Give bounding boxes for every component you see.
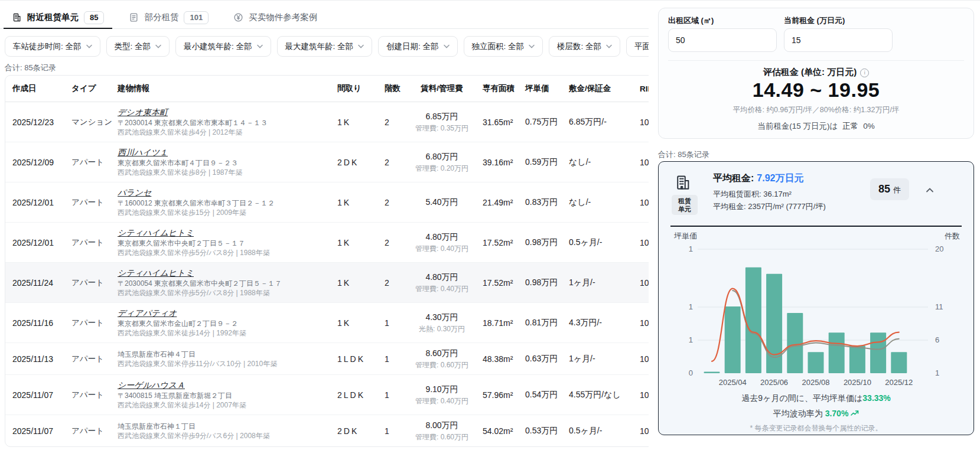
building-name-link[interactable]: シーゲルハウスＡ [118, 381, 185, 390]
filter-chip-3[interactable]: 最大建筑年龄: 全部 [277, 36, 373, 57]
count-badge: 85件 [870, 178, 909, 200]
filter-chip-6[interactable]: 楼层数: 全部 [549, 36, 620, 57]
filter-chip-label: 平面图 [634, 41, 649, 52]
app: 附近租赁单元85部分租赁101买卖物件参考案例 车站徒步时间: 全部类型: 全部… [0, 0, 980, 460]
current-rent-input-label: 当前租金 (万日元) [784, 15, 845, 26]
rent-sub: 管理費: 0.60万円 [413, 433, 471, 441]
rent-value: 5.40万円 [413, 197, 471, 208]
cell-type: アパート [64, 343, 110, 375]
tab-count-badge: 85 [84, 11, 104, 24]
tab-1[interactable]: 部分租赁101 [121, 6, 217, 28]
cell-building-info: 埼玉県新座市石神４丁目西武池袋線東久留米停歩11分/バス10分 | 2010年築 [110, 343, 330, 375]
cell-type: アパート [64, 142, 110, 182]
cell-rid: 100 [633, 223, 649, 263]
right-panel: 出租区域 (㎡) 当前租金 (万日元) 评估租金 (单位: 万日元)i 14.4… [649, 1, 980, 460]
cell-unit-price: 0.75万円 [518, 102, 562, 142]
rent-value: 8.60万円 [413, 348, 471, 359]
cell-created-date: 2025/11/07 [5, 375, 64, 415]
cell-created-date: 2025/11/13 [5, 343, 64, 375]
building-address: 東京都東久留米市金山町２丁目９－２ [118, 319, 325, 328]
current-rent-input[interactable] [784, 28, 893, 52]
cell-layout: 2LDK [330, 375, 377, 415]
rent-sub: 管理費: 0.60万円 [413, 361, 471, 369]
filter-chip-5[interactable]: 独立面积: 全部 [464, 36, 543, 57]
cell-created-date: 2025/11/07 [5, 415, 64, 447]
cell-layout: 2DK [330, 415, 377, 447]
info-icon[interactable]: i [860, 68, 869, 77]
column-header-8: 敷金/保証金 [562, 76, 633, 102]
tab-2[interactable]: 买卖物件参考案例 [225, 6, 325, 28]
cell-deposit: なし/- [562, 182, 633, 223]
rent-sub: 管理費: 0.35万円 [413, 124, 471, 132]
filter-chip-label: 车站徒步时间: 全部 [13, 41, 82, 52]
filter-chip-2[interactable]: 最小建筑年龄: 全部 [175, 36, 271, 57]
chevron-down-icon [358, 44, 364, 48]
building-name-link[interactable]: 西川ハイツ１ [118, 148, 168, 157]
building-name-link[interactable]: ディアパティオ [118, 309, 177, 318]
chevron-up-icon[interactable] [926, 184, 934, 195]
building-address: 東京都東久留米市中央町２丁目５－１７ [118, 239, 325, 247]
cell-floors: 1 [377, 303, 406, 343]
column-header-0: 作成日 [5, 76, 64, 102]
building-name-link[interactable]: デシオ東本町 [118, 108, 168, 117]
filter-chip-label: 最小建筑年龄: 全部 [184, 41, 252, 52]
building-name-link[interactable]: シティハイムヒトミ [118, 229, 194, 237]
document-icon [129, 12, 139, 22]
filter-chip-label: 最大建筑年龄: 全部 [285, 41, 354, 52]
column-header-1: タイプ [64, 76, 110, 102]
cell-rid: 100 [633, 182, 649, 223]
building-transit: 西武池袋線東久留米停歩9分/バス6分 | 2008年築 [118, 432, 325, 440]
divider [670, 226, 962, 227]
average-rent-line: 平均租金:7.92万日元 [713, 172, 803, 185]
chevron-down-icon [86, 44, 92, 48]
svg-text:0: 0 [689, 368, 693, 377]
building-address: 埼玉県新座市石神１丁目 [118, 422, 325, 430]
cell-area: 21.49m² [476, 182, 518, 223]
table-row: 2025/11/16アパートディアパティオ東京都東久留米市金山町２丁目９－２西武… [5, 303, 649, 343]
filter-chip-label: 楼层数: 全部 [557, 41, 601, 52]
cell-layout: 1K [330, 182, 377, 223]
filter-chip-7[interactable]: 平面图 [626, 36, 649, 57]
tab-label: 部分租赁 [144, 12, 178, 23]
record-count-right: 合计: 85条记录 [658, 149, 709, 160]
tab-bar: 附近租赁单元85部分租赁101买卖物件参考案例 [0, 6, 649, 29]
cell-building-info: デシオ東本町〒2030014 東京都東久留米市東本町１４－１３西武池袋線東久留米… [110, 102, 330, 142]
svg-text:2025/06: 2025/06 [760, 378, 788, 387]
filter-chip-0[interactable]: 车站徒步时间: 全部 [5, 36, 100, 57]
evaluation-title: 评估租金 (单位: 万日元)i [659, 67, 974, 78]
filter-chip-1[interactable]: 类型: 全部 [106, 36, 170, 57]
rent-sub: 管理費: 0.40万円 [413, 285, 471, 293]
count-unit: 件 [893, 185, 901, 194]
building-name-link[interactable]: パランセ [118, 188, 151, 197]
cell-floors: 2 [377, 142, 406, 182]
table-row: 2025/12/01アパートパランセ〒1600012 東京都東久留米市幸町３丁目… [5, 182, 649, 223]
svg-text:坪単価: 坪単価 [673, 231, 697, 240]
cell-layout: 1K [330, 102, 377, 142]
status-word: 正常 [842, 122, 858, 131]
filter-chip-label: 创建日期: 全部 [386, 41, 439, 52]
building-address: 〒1600012 東京都東久留米市幸町３丁目２－１２ [118, 199, 325, 207]
evaluation-status: 当前租金(15 万日元)は正常0% [659, 121, 974, 132]
trend-summary-line2: 平均波动率为 3.70% [659, 409, 974, 419]
tab-0[interactable]: 附近租赁单元85 [4, 6, 112, 28]
cell-floors: 2 [377, 182, 406, 223]
listings-table: 作成日タイプ建物情報間取り階数賃料/管理費専有面積坪単価敷金/保証金RID 20… [5, 75, 649, 447]
average-rent-label: 平均租金: [713, 173, 754, 183]
filter-chip-label: 独立面积: 全部 [472, 41, 525, 52]
svg-text:2025/04: 2025/04 [719, 378, 747, 387]
status-percent: 0% [863, 122, 875, 131]
area-input[interactable] [668, 28, 777, 52]
rent-evaluation-card: 出租区域 (㎡) 当前租金 (万日元) 评估租金 (单位: 万日元)i 14.4… [658, 8, 974, 139]
chevron-down-icon [257, 44, 263, 48]
filter-chip-4[interactable]: 创建日期: 全部 [378, 36, 458, 57]
filter-chip-label: 类型: 全部 [115, 41, 151, 52]
cell-rent: 4.80万円管理費: 0.40万円 [406, 223, 476, 263]
cell-building-info: ディアパティオ東京都東久留米市金山町２丁目９－２西武池袋線東久留米徒歩14分 |… [110, 303, 330, 343]
trend-summary-line1: 過去9ヶ月の間に、平均坪単価は33.33% [659, 393, 974, 404]
evaluation-title-text: 评估租金 (单位: 万日元) [763, 67, 857, 77]
building-name-link[interactable]: シティハイムヒトミ [118, 269, 194, 278]
rent-value: 4.80万円 [413, 232, 471, 243]
cell-rent: 8.60万円管理費: 0.60万円 [406, 343, 476, 375]
cell-type: アパート [64, 303, 110, 343]
cell-building-info: 埼玉県新座市石神１丁目西武池袋線東久留米停歩9分/バス6分 | 2008年築 [110, 415, 330, 447]
